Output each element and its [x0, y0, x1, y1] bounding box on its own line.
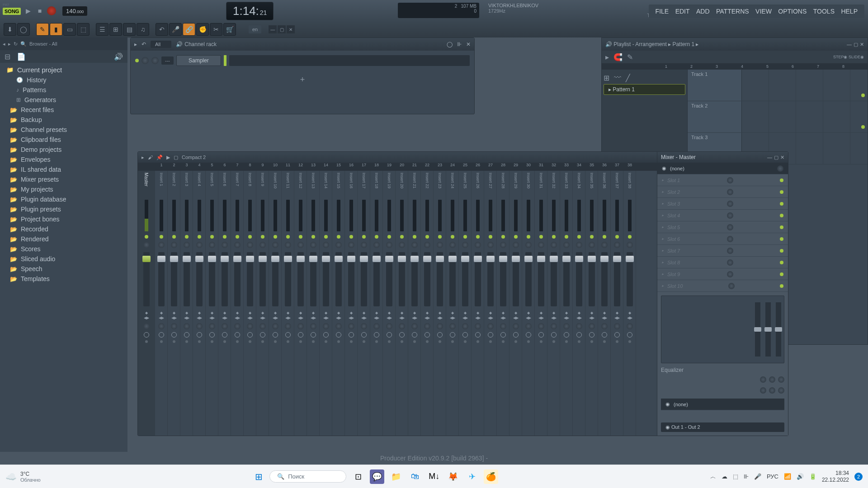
master-ring[interactable]	[144, 332, 149, 338]
volume-icon[interactable]: 🔊	[797, 473, 804, 480]
eq-knob-2[interactable]	[769, 376, 775, 383]
mixer-insert-29[interactable]: Insert 29◆◀▶	[509, 171, 522, 436]
view-playlist[interactable]: ☰	[96, 23, 108, 36]
ms-close-icon[interactable]: ✕	[780, 155, 784, 160]
record-button[interactable]	[47, 6, 56, 15]
language-selector[interactable]: en	[249, 25, 261, 33]
tree-folder[interactable]: 📂Rendered	[0, 234, 127, 244]
pat-song-toggle[interactable]: PAT SONG	[3, 3, 21, 15]
menu-options[interactable]: OPTIONS	[778, 8, 807, 15]
mixer-insert-4[interactable]: Insert 4◆◀▶	[193, 171, 206, 436]
mixer-insert-1[interactable]: Insert 1◆◀▶	[155, 171, 168, 436]
close-button[interactable]: ✕	[287, 25, 295, 33]
maximize-button[interactable]: ▢	[278, 25, 286, 33]
track-2-lane[interactable]	[742, 101, 868, 132]
channel-filter[interactable]: All	[151, 41, 171, 48]
playlist-ruler[interactable]: 12345678	[602, 63, 868, 70]
mixer-insert-14[interactable]: Insert 14◆◀▶	[320, 171, 332, 436]
track-1-lane[interactable]	[742, 70, 868, 101]
tree-generators[interactable]: ⊞Generators	[0, 95, 127, 105]
mixer-insert-21[interactable]: Insert 21◆◀▶	[408, 171, 421, 436]
pl-close-icon[interactable]: ✕	[860, 42, 864, 47]
view-browser[interactable]: ▤	[123, 23, 136, 36]
mx-view-icon[interactable]: ▢	[174, 155, 178, 160]
mx-pin-icon[interactable]: 📌	[156, 155, 163, 160]
tool-draw[interactable]: ✎	[36, 23, 49, 36]
app-store[interactable]: 🛍	[408, 469, 422, 484]
midi-icon[interactable]: ✊	[196, 23, 209, 36]
shop-icon[interactable]: 🛒	[223, 23, 236, 36]
effect-slot-6[interactable]: ▸Slot 6	[657, 233, 788, 245]
tree-folder[interactable]: 📂IL shared data	[0, 164, 127, 174]
tree-history[interactable]: 🕘History	[0, 75, 127, 85]
mixer-insert-23[interactable]: Insert 23◆◀▶	[434, 171, 446, 436]
track-1-label[interactable]: Track 1	[688, 70, 742, 101]
speaker-icon[interactable]: 🔊	[114, 52, 123, 61]
eq-knob-5[interactable]	[769, 387, 775, 394]
mixer-insert-2[interactable]: Insert 2◆◀▶	[168, 171, 180, 436]
effect-slot-2[interactable]: ▸Slot 2	[657, 186, 788, 198]
tree-folder[interactable]: 📂Recorded	[0, 224, 127, 234]
cr-undo-icon[interactable]: ↶	[142, 41, 146, 47]
mixer-insert-31[interactable]: Insert 31◆◀▶	[535, 171, 547, 436]
master-send[interactable]	[143, 323, 150, 329]
tree-folder[interactable]: 📂Plugin database	[0, 194, 127, 204]
mixer-insert-9[interactable]: Insert 9◆◀▶	[256, 171, 269, 436]
tree-folder[interactable]: 📂Demo projects	[0, 145, 127, 155]
menu-file[interactable]: FILE	[656, 8, 669, 15]
mixer-insert-33[interactable]: Insert 33◆◀▶	[560, 171, 573, 436]
search-box[interactable]: 🔍Поиск	[269, 470, 346, 483]
collapse-icon[interactable]: ⊟	[5, 52, 10, 61]
tool-select[interactable]: ⬚	[77, 23, 90, 36]
effect-slot-3[interactable]: ▸Slot 3	[657, 198, 788, 210]
input-slot[interactable]: ◉(none)	[657, 163, 788, 174]
refresh-icon[interactable]: ↻	[14, 41, 18, 47]
track-2-label[interactable]: Track 2	[688, 101, 742, 132]
menu-patterns[interactable]: PATTERNS	[716, 8, 749, 15]
mixer-insert-11[interactable]: Insert 11◆◀▶	[282, 171, 294, 436]
mx-flag-icon[interactable]: ▶	[166, 155, 170, 160]
sampler-channel[interactable]: Sampler	[176, 55, 221, 66]
mixer-insert-7[interactable]: Insert 7◆◀▶	[231, 171, 244, 436]
wave-icon[interactable]: 〰	[614, 74, 621, 82]
menu-add[interactable]: ADD	[696, 8, 710, 15]
master-fader[interactable]	[143, 252, 150, 306]
mx-brush-icon[interactable]: 🖌	[148, 155, 153, 160]
channel-route[interactable]: ---	[161, 56, 174, 65]
mixer-insert-8[interactable]: Insert 8◆◀▶	[244, 171, 256, 436]
tree-folder[interactable]: 📂Scores	[0, 244, 127, 254]
pl-max-icon[interactable]: ▢	[854, 42, 858, 47]
effect-slot-1[interactable]: ▸Slot 1	[657, 174, 788, 186]
mixer-insert-27[interactable]: Insert 27◆◀▶	[484, 171, 497, 436]
mixer-insert-36[interactable]: Insert 36◆◀▶	[598, 171, 611, 436]
mixer-view-mode[interactable]: Compact 2	[182, 155, 206, 160]
battery-icon[interactable]: 🔋	[809, 473, 816, 480]
cr-graph-icon[interactable]: ⊪	[457, 41, 462, 47]
mixer-insert-13[interactable]: Insert 13◆◀▶	[307, 171, 320, 436]
mixer-insert-24[interactable]: Insert 24◆◀▶	[446, 171, 459, 436]
tray-icon[interactable]: ⬚	[733, 473, 738, 480]
cr-loop-icon[interactable]: ◯	[447, 41, 453, 47]
clock[interactable]: 18:3422.12.2022	[822, 470, 849, 483]
tree-folder[interactable]: 📂Clipboard files	[0, 135, 127, 145]
eq-band-1[interactable]	[755, 302, 760, 357]
back-icon[interactable]: ◂	[3, 41, 5, 47]
effect-slot-7[interactable]: ▸Slot 7	[657, 245, 788, 257]
language-indicator[interactable]: РУС	[767, 473, 778, 480]
eq-knob-3[interactable]	[778, 376, 784, 383]
link-icon[interactable]: 🔗	[183, 23, 195, 36]
ms-min-icon[interactable]: —	[767, 155, 772, 160]
taskview-icon[interactable]: ⊡	[351, 469, 365, 484]
cr-menu-icon[interactable]: ▸	[134, 41, 137, 47]
app-markdown[interactable]: M↓	[427, 469, 441, 484]
effect-slot-9[interactable]: ▸Slot 9	[657, 268, 788, 280]
pl-tool-icon[interactable]: ✎	[627, 53, 633, 61]
mx-menu-icon[interactable]: ▸	[142, 155, 144, 160]
mic-icon[interactable]: 🎤	[754, 473, 761, 480]
tool-paint[interactable]: ▮	[50, 23, 62, 36]
tree-folder[interactable]: 📂Templates	[0, 274, 127, 284]
eq-knob-6[interactable]	[778, 387, 784, 394]
tree-folder[interactable]: 📂Speech	[0, 264, 127, 274]
mixer-insert-37[interactable]: Insert 37◆◀▶	[611, 171, 623, 436]
search-icon[interactable]: 🔍	[20, 41, 27, 47]
